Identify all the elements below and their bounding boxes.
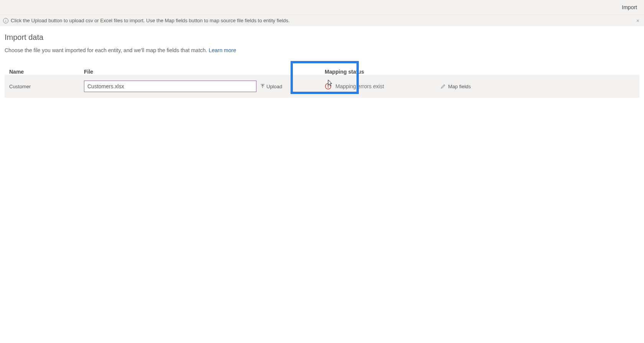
page-lead: Choose the file you want imported for ea… <box>5 47 639 53</box>
grid-body: Customer Upload <box>5 75 639 98</box>
svg-point-2 <box>328 87 329 88</box>
info-icon: i <box>3 18 8 23</box>
error-icon <box>325 83 332 90</box>
info-banner-text: Click the Upload button to upload csv or… <box>11 18 290 23</box>
grid-header: Name File Mapping status <box>5 66 639 76</box>
import-command[interactable]: Import <box>622 4 637 10</box>
table-row: Customer Upload <box>5 78 639 95</box>
file-input[interactable] <box>84 81 256 92</box>
upload-label: Upload <box>266 84 282 89</box>
map-fields-button[interactable]: Map fields <box>440 84 517 89</box>
learn-more-link[interactable]: Learn more <box>209 47 236 53</box>
map-fields-label: Map fields <box>448 84 471 89</box>
mapping-status: Mapping errors exist <box>318 83 429 90</box>
edit-icon <box>440 84 446 89</box>
entity-name: Customer <box>9 84 84 89</box>
info-banner: i Click the Upload button to upload csv … <box>0 15 644 26</box>
close-icon[interactable]: × <box>636 18 639 23</box>
col-name: Name <box>9 69 84 75</box>
command-bar: Import <box>0 0 644 15</box>
mapping-status-text: Mapping errors exist <box>335 83 384 89</box>
page-content: Import data Choose the file you want imp… <box>0 26 644 98</box>
col-file: File <box>84 69 287 75</box>
page-lead-text: Choose the file you want imported for ea… <box>5 47 209 53</box>
col-status: Mapping status <box>318 69 429 75</box>
upload-button[interactable]: Upload <box>260 84 318 89</box>
entity-grid: Name File Mapping status Customer Upload <box>5 66 639 98</box>
upload-icon <box>260 84 265 89</box>
page-title: Import data <box>5 33 639 42</box>
